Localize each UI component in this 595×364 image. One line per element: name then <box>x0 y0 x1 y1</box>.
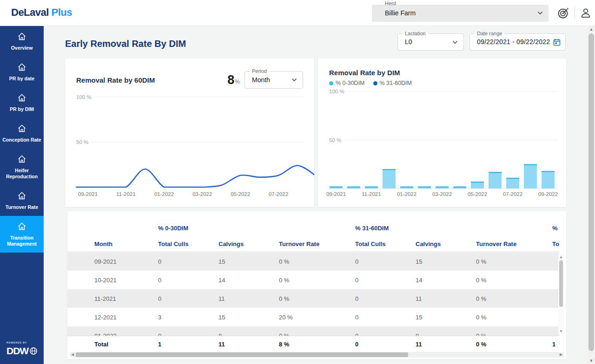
removal-rate-60dim-card: Removal Rate by 60DIM 8 % Period Month 1… <box>65 58 314 207</box>
table-cell: 0 % <box>279 332 355 336</box>
date-range-label: Date range <box>475 30 504 37</box>
sidebar-item-turnover-rate[interactable]: Turnover Rate <box>0 185 44 216</box>
date-range-field[interactable]: Date range 09/22/2021 - 09/22/2022 <box>469 33 566 51</box>
brand-primary: DeLaval <box>11 6 49 18</box>
table-cell: 15 <box>416 258 476 265</box>
table-cell: 09-2021 <box>94 258 158 265</box>
table-cell: 20 % <box>279 314 355 321</box>
divider <box>575 7 575 19</box>
page-vertical-scrollbar[interactable]: ▲ ▼ <box>588 26 595 364</box>
sidebar-item-label: Turnover Rate <box>2 204 42 210</box>
herd-value: Billie Farm <box>385 9 416 17</box>
date-range-value: 09/22/2021 - 09/22/2022 <box>477 38 550 46</box>
svg-text:11-2021: 11-2021 <box>362 191 381 197</box>
table-group-label: % 0-30DIM <box>158 225 355 232</box>
table-body: 09-20210150 %0150 %10-20210140 %0140 %11… <box>67 252 559 336</box>
period-label: Period <box>250 68 269 74</box>
home-icon <box>17 222 26 231</box>
herd-select[interactable]: Herd Billie Farm <box>372 5 549 22</box>
headline-value: 8 <box>227 73 234 87</box>
svg-text:07-2022: 07-2022 <box>269 191 288 197</box>
legend-dot-icon <box>373 81 377 85</box>
table-cell: 0 <box>158 258 218 265</box>
user-icon[interactable] <box>580 7 592 19</box>
table-scrollbar-thumb[interactable] <box>76 352 408 357</box>
brand-secondary: Plus <box>52 6 72 18</box>
svg-text:03-2022: 03-2022 <box>192 191 212 197</box>
table-total-cell: 0 <box>355 341 416 348</box>
svg-text:05-2022: 05-2022 <box>231 191 250 197</box>
bar-chart-title: Removal Rate by DIM <box>329 69 400 77</box>
table-cell: 0 % <box>476 314 552 321</box>
home-icon <box>17 63 26 72</box>
svg-text:09-2022: 09-2022 <box>538 191 558 197</box>
table-total-cell: 1 <box>552 341 559 348</box>
table-scrollbar-thumb[interactable] <box>559 260 563 307</box>
svg-text:11-2021: 11-2021 <box>116 191 135 197</box>
table-group-label: % 0-60DIM <box>552 225 559 232</box>
sidebar-item-heifer-reproduction[interactable]: Heifer Reproduction <box>0 149 44 185</box>
table-cell: 11-2021 <box>94 295 158 302</box>
scroll-down-icon[interactable]: ▼ <box>588 358 595 364</box>
table-cell: 0 % <box>279 277 355 284</box>
table-total-cell: 0 % <box>476 341 552 348</box>
chevron-down-icon <box>537 11 543 15</box>
main-content: Early Removal Rate By DIM Lactation L0 D… <box>44 26 588 364</box>
svg-text:100 %: 100 % <box>76 94 92 100</box>
chart-legend: % 0-30DIM % 31-60DIM <box>329 80 412 86</box>
svg-text:09-2021: 09-2021 <box>78 191 98 197</box>
table-vertical-scrollbar[interactable]: ▲ ▼ <box>558 254 564 334</box>
sidebar-nav: Overview PR by date PR by DIM Conception… <box>0 26 44 253</box>
legend-label: % 0-30DIM <box>336 80 365 86</box>
scroll-down-icon[interactable]: ▼ <box>558 329 564 334</box>
target-icon[interactable] <box>557 6 570 20</box>
legend-dot-icon <box>329 81 333 85</box>
removal-rate-dim-card: Removal Rate by DIM % 0-30DIM % 31-60DIM… <box>318 58 566 207</box>
home-icon <box>17 93 26 102</box>
sidebar-item-transition-management[interactable]: Transition Management <box>0 216 44 253</box>
calendar-icon[interactable] <box>553 39 561 46</box>
sidebar-item-conception-rate[interactable]: Conception Rate <box>0 118 44 149</box>
table-row: 01-2022080 %080 % <box>67 326 559 336</box>
table-cell: 01-2022 <box>94 332 158 336</box>
table-total-row: Total1118 %0110 %1 <box>67 336 559 352</box>
table-cell: 0 <box>355 277 416 284</box>
scroll-left-icon[interactable]: ◀ <box>70 352 75 358</box>
sidebar-item-label: PR by date <box>2 76 42 82</box>
table-cell: 10-2021 <box>94 277 158 284</box>
table-total-cell: 1 <box>158 341 218 348</box>
sidebar: Overview PR by date PR by DIM Conception… <box>0 26 44 364</box>
table-column-header-row: MonthTotal CullsCalvingsTurnover RateTot… <box>67 236 559 252</box>
scroll-right-icon[interactable]: ▶ <box>558 352 564 358</box>
line-chart: 100 %50 %09-202111-202101-202203-202205-… <box>65 89 314 203</box>
table-cell: 11 <box>416 295 476 302</box>
table-cell: 15 <box>416 314 476 321</box>
sidebar-item-overview[interactable]: Overview <box>0 26 44 57</box>
scroll-up-icon[interactable]: ▲ <box>588 26 595 32</box>
sidebar-item-pr-by-date[interactable]: PR by date <box>0 57 44 87</box>
svg-text:01-2022: 01-2022 <box>397 191 416 197</box>
lactation-value: L0 <box>405 38 412 46</box>
powered-by-label: POWERED BY <box>7 341 27 344</box>
period-select[interactable]: Period Month <box>245 71 303 89</box>
table-column-header: Month <box>94 240 158 247</box>
sidebar-item-label: PR by DIM <box>2 106 42 112</box>
home-icon <box>17 191 26 200</box>
svg-text:50 %: 50 % <box>76 139 88 145</box>
table-cell: 14 <box>218 277 279 284</box>
home-icon <box>17 32 26 41</box>
table-total-cell: 11 <box>416 341 476 348</box>
table-row: 11-20210110 %0110 % <box>67 289 559 308</box>
page-scrollbar-thumb[interactable] <box>588 33 594 351</box>
table-cell: 0 % <box>279 258 355 265</box>
home-icon <box>17 124 26 133</box>
table-cell: 0 <box>158 277 218 284</box>
table-cell: 12-2021 <box>94 314 158 321</box>
table-horizontal-scrollbar[interactable]: ◀ ▶ <box>70 352 564 358</box>
table-row: 10-20210140 %0140 % <box>67 271 559 289</box>
lactation-select[interactable]: Lactation L0 <box>397 33 464 51</box>
sidebar-item-pr-by-dim[interactable]: PR by DIM <box>0 87 44 118</box>
scroll-up-icon[interactable]: ▲ <box>558 254 564 260</box>
legend-label: % 31-60DIM <box>380 80 412 86</box>
ddw-text: DDW <box>7 345 28 357</box>
